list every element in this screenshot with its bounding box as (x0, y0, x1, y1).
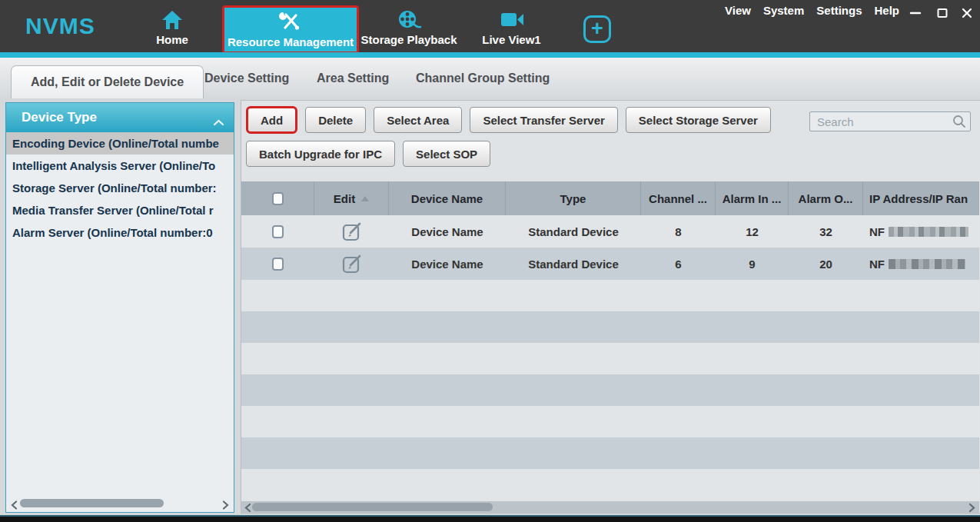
cell-alarm-in: 9 (716, 258, 789, 271)
close-icon (961, 7, 973, 19)
search-icon (952, 115, 966, 128)
title-bar: NVMS Home Resource Management (0, 0, 980, 52)
content-area: Device Type Encoding Device (Online/Tota… (0, 98, 980, 517)
cell-alarm-in: 12 (716, 225, 789, 238)
table-header: Edit Device Name Type Channel ... Alarm … (241, 181, 979, 215)
nav-storage-playback[interactable]: Storage Playback (360, 7, 458, 50)
cell-channel: 6 (641, 258, 716, 271)
batch-upgrade-ipc-button[interactable]: Batch Upgrade for IPC (246, 141, 395, 167)
scroll-right-icon[interactable] (968, 502, 976, 516)
empty-row (241, 469, 979, 500)
nav-live-view[interactable]: Live View1 (475, 7, 548, 50)
header-channel[interactable]: Channel ... (641, 181, 716, 215)
bottom-bar (0, 517, 980, 522)
chevron-up-icon[interactable] (213, 115, 224, 130)
sidebar-item-storage-server[interactable]: Storage Server (Online/Total number: (6, 177, 234, 199)
redacted-ip-block (889, 227, 968, 237)
header-alarm-out[interactable]: Alarm O... (789, 181, 863, 215)
cell-ip-address: NF (863, 225, 979, 238)
minimize-icon (909, 7, 922, 19)
nav-home-label: Home (156, 33, 188, 46)
ip-prefix: NF (869, 258, 885, 271)
menu-system[interactable]: System (763, 4, 804, 17)
scroll-left-icon[interactable] (244, 502, 251, 516)
delete-button[interactable]: Delete (305, 107, 366, 133)
table-horizontal-scrollbar[interactable] (241, 501, 979, 513)
cell-type: Standard Device (506, 225, 641, 238)
device-type-header[interactable]: Device Type (6, 103, 234, 132)
edit-icon[interactable] (341, 220, 364, 243)
toolbar-row-1: Add Delete Select Area Select Transfer S… (246, 107, 771, 134)
header-device-name[interactable]: Device Name (389, 181, 506, 215)
sidebar-item-encoding-device[interactable]: Encoding Device (Online/Total numbe (6, 132, 234, 155)
scrollbar-thumb[interactable] (252, 503, 493, 511)
search-box (809, 111, 971, 131)
empty-row (241, 374, 979, 406)
header-ip-address[interactable]: IP Address/IP Ran (863, 181, 979, 215)
nav-storage-playback-label: Storage Playback (360, 33, 457, 46)
toolbar-row-2: Batch Upgrade for IPC Select SOP (246, 141, 490, 167)
menu-help[interactable]: Help (874, 4, 899, 17)
header-alarm-in[interactable]: Alarm In ... (716, 181, 789, 215)
video-camera-icon (499, 7, 525, 33)
tab-device-setting[interactable]: Device Setting (204, 58, 289, 98)
sidebar-horizontal-scrollbar[interactable] (10, 499, 230, 508)
empty-row (241, 406, 979, 437)
cell-type: Standard Device (506, 258, 641, 271)
empty-row (241, 280, 979, 311)
add-button[interactable]: Add (246, 106, 297, 134)
cell-alarm-out: 20 (789, 258, 863, 271)
cell-device-name: Device Name (389, 225, 506, 238)
ip-prefix: NF (869, 225, 885, 238)
sidebar-item-media-transfer-server[interactable]: Media Transfer Server (Online/Total r (6, 199, 234, 221)
sort-ascending-icon (361, 196, 369, 201)
home-icon (161, 7, 184, 33)
sidebar-item-intelligent-analysis-server[interactable]: Intelligent Analysis Server (Online/To (6, 155, 234, 177)
select-area-button[interactable]: Select Area (374, 107, 462, 133)
tab-bar: Add, Edit or Delete Device Device Settin… (0, 58, 980, 98)
cell-channel: 8 (641, 225, 716, 238)
nav-home[interactable]: Home (141, 7, 204, 50)
sidebar-item-alarm-server[interactable]: Alarm Server (Online/Total number:0 (6, 221, 234, 244)
select-storage-server-button[interactable]: Select Storage Server (626, 107, 771, 133)
redacted-ip-block (889, 259, 965, 269)
cell-alarm-out: 32 (789, 225, 863, 238)
plus-icon: + (591, 17, 603, 40)
empty-row (241, 343, 979, 374)
header-select-all-cell (241, 181, 314, 215)
edit-icon[interactable] (341, 252, 364, 275)
nav-resource-management-label: Resource Management (228, 35, 354, 48)
device-table: Edit Device Name Type Channel ... Alarm … (241, 181, 979, 500)
menu-settings[interactable]: Settings (816, 4, 862, 17)
nav-resource-management[interactable]: Resource Management (224, 8, 357, 52)
scroll-right-icon[interactable] (222, 499, 230, 513)
header-edit[interactable]: Edit (314, 181, 389, 215)
select-transfer-server-button[interactable]: Select Transfer Server (470, 107, 617, 133)
add-tab-button[interactable]: + (583, 15, 611, 43)
table-row[interactable]: Device Name Standard Device 6 9 20 NF (241, 248, 979, 280)
header-type[interactable]: Type (506, 181, 641, 215)
empty-row (241, 437, 979, 469)
minimize-button[interactable] (909, 6, 922, 20)
search-input[interactable] (809, 111, 971, 131)
scrollbar-thumb[interactable] (20, 499, 164, 507)
maximize-button[interactable] (935, 6, 949, 20)
tab-area-setting[interactable]: Area Setting (317, 58, 389, 98)
empty-row (241, 311, 979, 343)
header-edit-label: Edit (334, 192, 355, 205)
close-button[interactable] (960, 6, 974, 20)
table-row[interactable]: Device Name Standard Device 8 12 32 NF (241, 215, 979, 248)
device-type-panel: Device Type Encoding Device (Online/Tota… (5, 102, 234, 513)
row-checkbox[interactable] (272, 258, 284, 271)
tab-channel-group-setting[interactable]: Channel Group Setting (416, 58, 550, 98)
select-all-checkbox[interactable] (272, 192, 284, 205)
device-type-header-label: Device Type (22, 110, 97, 125)
nav-live-view-label: Live View1 (482, 33, 540, 46)
tab-add-edit-delete-device[interactable]: Add, Edit or Delete Device (11, 65, 204, 98)
menu-view[interactable]: View (725, 4, 751, 17)
row-checkbox[interactable] (272, 225, 284, 238)
scroll-left-icon[interactable] (10, 499, 18, 513)
app-logo: NVMS (25, 13, 95, 39)
cell-device-name: Device Name (389, 258, 506, 271)
select-sop-button[interactable]: Select SOP (403, 141, 490, 167)
